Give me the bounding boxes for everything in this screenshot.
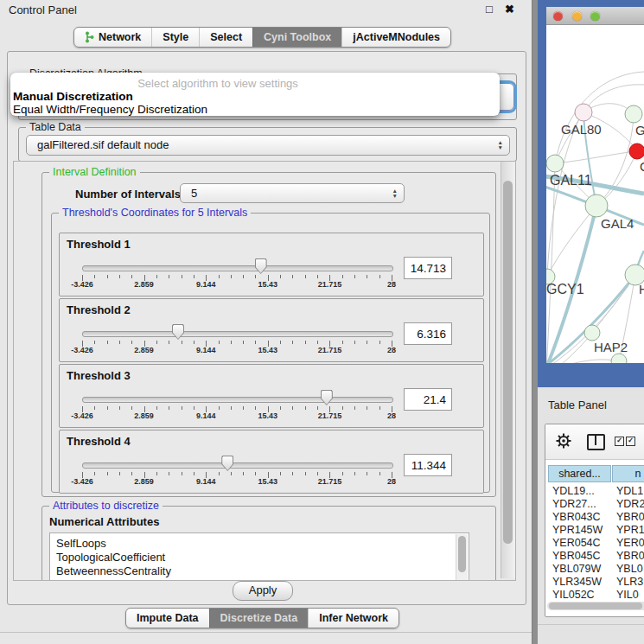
network-node[interactable] bbox=[584, 325, 600, 341]
tick-label: 2.859 bbox=[134, 346, 154, 354]
tab-network[interactable]: Network bbox=[74, 28, 151, 47]
mac-zoom-icon[interactable] bbox=[590, 11, 600, 21]
minor-tick bbox=[317, 472, 318, 475]
number-of-intervals-spinner[interactable]: 5 ▲▼ bbox=[180, 183, 405, 203]
tick-label: -3.426 bbox=[71, 280, 93, 289]
minor-tick bbox=[131, 406, 132, 410]
network-node[interactable] bbox=[625, 105, 642, 123]
threshold-panel-2: Threshold 2-3.4262.8599.14415.4321.71528 bbox=[59, 298, 484, 362]
tab-infer-network[interactable]: Infer Network bbox=[308, 609, 399, 628]
table-cell-name[interactable]: YLR3 bbox=[616, 576, 643, 588]
tab-jactivemnodules[interactable]: jActiveMNodules bbox=[341, 28, 450, 47]
network-node[interactable] bbox=[546, 155, 564, 172]
threshold-value-input[interactable] bbox=[404, 257, 452, 279]
minor-tick bbox=[231, 275, 232, 278]
slider-track[interactable] bbox=[82, 462, 393, 469]
tab-discretize-data[interactable]: Discretize Data bbox=[209, 609, 309, 628]
table-cell-name[interactable]: YDR2 bbox=[616, 498, 644, 510]
table-cell-shared[interactable]: YER054C bbox=[552, 537, 601, 549]
slider-handle[interactable] bbox=[221, 456, 233, 471]
network-edge[interactable] bbox=[546, 360, 619, 363]
table-cell-name[interactable]: YPR1 bbox=[616, 524, 644, 536]
gear-icon[interactable] bbox=[556, 433, 571, 449]
network-edge[interactable] bbox=[555, 151, 637, 163]
table-cell-name[interactable]: YBL0 bbox=[616, 563, 643, 575]
checkbox-icon[interactable]: ✓ bbox=[626, 437, 635, 446]
attributes-list-scrollbar[interactable] bbox=[456, 534, 468, 581]
minor-tick bbox=[107, 406, 108, 410]
tab-cyni-toolbox[interactable]: Cyni Toolbox bbox=[252, 28, 341, 47]
table-cell-name[interactable]: YBR0 bbox=[616, 550, 644, 562]
checkbox-icon[interactable]: ✓ bbox=[615, 437, 624, 446]
minor-tick bbox=[119, 406, 120, 410]
network-node[interactable] bbox=[575, 104, 592, 121]
attribute-item[interactable]: BetweennessCentrality bbox=[56, 564, 171, 577]
minor-tick bbox=[317, 341, 318, 344]
threshold-coordinates-group-title: Threshold's Coordinates for 5 Intervals bbox=[59, 207, 251, 219]
float-window-icon[interactable]: □ bbox=[486, 3, 493, 16]
minor-tick bbox=[354, 341, 355, 344]
table-cell-shared[interactable]: YIL052C bbox=[552, 589, 595, 601]
scrollbar-thumb[interactable] bbox=[503, 181, 513, 544]
table-horizontal-scrollbar[interactable] bbox=[547, 602, 644, 610]
tab-style[interactable]: Style bbox=[151, 28, 199, 47]
slider-track[interactable] bbox=[82, 331, 393, 337]
threshold-panel-3: Threshold 3-3.4262.8599.14415.4321.71528 bbox=[59, 364, 484, 428]
threshold-value-input[interactable] bbox=[404, 388, 452, 411]
column-header-shared[interactable]: shared... bbox=[548, 465, 611, 482]
table-cell-shared[interactable]: YLR345W bbox=[552, 576, 602, 588]
table-data-group: Table Data galFiltered.sif default node … bbox=[18, 127, 517, 162]
network-canvas[interactable]: GAL80GAGGAL11GAL4GCY1HHAP2 bbox=[546, 24, 644, 363]
tab-select[interactable]: Select bbox=[199, 28, 252, 47]
table-data-combobox-value: galFiltered.sif default node bbox=[37, 138, 169, 151]
slider-handle[interactable] bbox=[321, 390, 333, 405]
algorithm-option-2[interactable]: Equal Width/Frequency Discretization bbox=[13, 103, 207, 116]
control-panel-titlebar: Control Panel □ ✖ bbox=[0, 0, 532, 17]
network-node[interactable] bbox=[611, 354, 627, 363]
slider-track[interactable] bbox=[82, 265, 393, 271]
table-cell-shared[interactable]: YBL079W bbox=[552, 563, 601, 575]
minor-tick bbox=[169, 275, 169, 278]
table-cell-name[interactable]: YER0 bbox=[616, 537, 644, 549]
table-cell-shared[interactable]: YPR145W bbox=[552, 524, 603, 536]
minor-tick bbox=[182, 275, 182, 278]
table-cell-shared[interactable]: YDR27... bbox=[552, 498, 596, 510]
mac-close-icon[interactable] bbox=[553, 11, 563, 21]
interval-definition-group: Interval Definition Number of Intervals … bbox=[41, 172, 496, 497]
split-column-icon[interactable] bbox=[587, 434, 605, 450]
tab-impute-data[interactable]: Impute Data bbox=[126, 609, 209, 628]
threshold-value-input[interactable] bbox=[404, 322, 452, 345]
algorithm-option-1[interactable]: Manual Discretization bbox=[13, 90, 133, 103]
network-view-window: GAL80GAGGAL11GAL4GCY1HHAP2 bbox=[538, 0, 644, 387]
mac-minimize-icon[interactable] bbox=[572, 11, 582, 21]
table-cell-shared[interactable]: YBR045C bbox=[552, 550, 601, 562]
close-window-icon[interactable]: ✖ bbox=[505, 3, 514, 16]
table-cell-name[interactable]: YBR0 bbox=[616, 511, 644, 523]
minor-tick bbox=[255, 275, 256, 278]
network-node[interactable] bbox=[585, 194, 608, 217]
table-cell-shared[interactable]: YBR043C bbox=[552, 511, 601, 523]
settings-vertical-scrollbar[interactable] bbox=[501, 162, 515, 578]
minor-tick bbox=[342, 406, 343, 410]
table-cell-name[interactable]: YIL0 bbox=[616, 589, 639, 601]
threshold-label: Threshold 4 bbox=[67, 435, 131, 448]
numerical-attributes-list[interactable]: SelfLoopsTopologicalCoefficientBetweenne… bbox=[49, 532, 469, 581]
network-node[interactable] bbox=[629, 143, 644, 159]
table-data-combobox[interactable]: galFiltered.sif default node ▲▼ bbox=[26, 135, 510, 156]
apply-button[interactable]: Apply bbox=[233, 581, 293, 601]
threshold-value-input[interactable] bbox=[404, 454, 452, 476]
tick-label: 2.859 bbox=[134, 477, 154, 486]
table-cell-name[interactable]: YDL1 bbox=[616, 485, 643, 497]
attribute-item[interactable]: SelfLoops bbox=[56, 537, 106, 550]
column-header-name[interactable]: n bbox=[612, 465, 644, 482]
table-cell-shared[interactable]: YDL19... bbox=[552, 485, 595, 497]
node-label: GAL80 bbox=[561, 122, 602, 137]
slider-handle[interactable] bbox=[172, 324, 184, 340]
minor-tick bbox=[354, 472, 355, 475]
threshold-coordinates-group: Threshold's Coordinates for 5 Intervals … bbox=[51, 213, 490, 493]
scrollbar-thumb[interactable] bbox=[549, 603, 642, 609]
slider-track[interactable] bbox=[82, 397, 393, 403]
minor-tick bbox=[379, 472, 380, 475]
slider-handle[interactable] bbox=[255, 258, 267, 274]
attribute-item[interactable]: TopologicalCoefficient bbox=[56, 551, 165, 564]
